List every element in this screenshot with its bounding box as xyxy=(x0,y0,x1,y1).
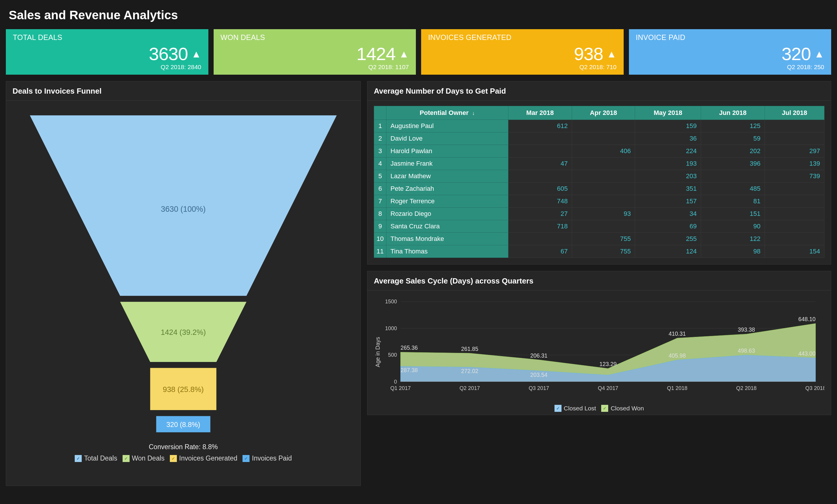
table-row[interactable]: 10Thomas Mondrake755255122 xyxy=(374,233,824,245)
cell-value: 122 xyxy=(701,233,765,245)
cell-value: 124 xyxy=(635,245,701,258)
legend-item[interactable]: ✓ Won Deals xyxy=(123,454,165,462)
row-number: 10 xyxy=(374,233,386,245)
cell-value: 755 xyxy=(572,233,635,245)
kpi-invoices-generated[interactable]: INVOICES GENERATED 938 ▲ Q2 2018: 710 xyxy=(421,29,624,75)
legend-item[interactable]: ✓ Closed Won xyxy=(601,405,644,412)
data-label: 272.02 xyxy=(461,368,478,374)
trend-up-icon: ▲ xyxy=(192,49,201,59)
svg-text:1500: 1500 xyxy=(385,298,397,304)
col-header-month[interactable]: Jul 2018 xyxy=(765,106,824,120)
row-number: 1 xyxy=(374,120,386,132)
legend-label: Closed Lost xyxy=(564,405,596,412)
kpi-total-deals[interactable]: TOTAL DEALS 3630 ▲ Q2 2018: 2840 xyxy=(6,29,208,75)
col-header-month[interactable]: Apr 2018 xyxy=(572,106,635,120)
data-label: 498.63 xyxy=(738,348,755,354)
legend-label: Invoices Paid xyxy=(252,454,292,462)
cell-value: 351 xyxy=(635,183,701,195)
sort-down-icon: ↓ xyxy=(472,110,475,116)
cell-value: 755 xyxy=(572,245,635,258)
table-row[interactable]: 2David Love3659 xyxy=(374,132,824,145)
legend-item[interactable]: ✓ Invoices Paid xyxy=(243,454,292,462)
table-header-row: Potential Owner ↓ Mar 2018 Apr 2018 May … xyxy=(374,106,824,120)
legend-item[interactable]: ✓ Total Deals xyxy=(75,454,117,462)
panel-title: Average Sales Cycle (Days) across Quarte… xyxy=(368,271,831,291)
trend-up-icon: ▲ xyxy=(814,49,824,59)
cell-value: 396 xyxy=(701,157,765,170)
cell-value: 485 xyxy=(701,183,765,195)
funnel-chart[interactable]: 3630 (100%) 1424 (39.2%) 938 (25.8%) 320… xyxy=(6,100,360,468)
table-row[interactable]: 9Santa Cruz Clara7186990 xyxy=(374,220,824,233)
table-row[interactable]: 8Rozario Diego279334151 xyxy=(374,208,824,220)
cell-value: 612 xyxy=(508,120,572,132)
area-chart[interactable]: Age in Days 050010001500265.36287.38261.… xyxy=(368,291,831,415)
table-row[interactable]: 11Tina Thomas6775512498154 xyxy=(374,245,824,258)
data-label: 648.10 xyxy=(799,316,816,322)
row-number: 11 xyxy=(374,245,386,258)
funnel-stage-4-label: 320 (8.8%) xyxy=(166,421,200,428)
table-row[interactable]: 1Augustine Paul612159125 xyxy=(374,120,824,132)
cell-value: 27 xyxy=(508,208,572,220)
data-label: 265.36 xyxy=(400,345,417,351)
cell-value xyxy=(765,220,824,233)
funnel-panel: Deals to Invoices Funnel 3630 (100%) 142… xyxy=(6,81,361,486)
owner-name: Santa Cruz Clara xyxy=(386,220,509,233)
kpi-label: WON DEALS xyxy=(221,33,409,42)
cell-value: 157 xyxy=(635,195,701,208)
x-tick-label: Q3 2018 xyxy=(805,385,824,391)
check-icon: ✓ xyxy=(75,455,82,462)
svg-text:1000: 1000 xyxy=(385,325,397,331)
cell-value: 34 xyxy=(635,208,701,220)
col-header-month[interactable]: Mar 2018 xyxy=(508,106,572,120)
table-row[interactable]: 6Pete Zachariah605351485 xyxy=(374,183,824,195)
svg-text:500: 500 xyxy=(388,352,397,358)
funnel-conversion-rate: Conversion Rate: 8.8% xyxy=(18,443,349,451)
table-row[interactable]: 4Jasmine Frank47193396139 xyxy=(374,157,824,170)
check-icon: ✓ xyxy=(243,455,250,462)
cell-value: 605 xyxy=(508,183,572,195)
check-icon: ✓ xyxy=(601,405,608,412)
data-label: 410.31 xyxy=(669,331,686,337)
x-tick-label: Q1 2017 xyxy=(390,385,411,391)
cell-value: 47 xyxy=(508,157,572,170)
owner-name: Pete Zachariah xyxy=(386,183,509,195)
kpi-label: TOTAL DEALS xyxy=(13,33,201,42)
legend-label: Total Deals xyxy=(84,454,117,462)
table-row[interactable]: 3Harold Pawlan406224202297 xyxy=(374,145,824,157)
days-to-paid-table[interactable]: Potential Owner ↓ Mar 2018 Apr 2018 May … xyxy=(368,100,831,264)
cell-value: 151 xyxy=(701,208,765,220)
table-panel: Average Number of Days to Get Paid Poten… xyxy=(367,81,831,264)
cell-value xyxy=(508,145,572,157)
cell-value: 81 xyxy=(701,195,765,208)
kpi-value-row: 938 ▲ xyxy=(428,43,617,64)
area-svg: Age in Days 050010001500265.36287.38261.… xyxy=(374,296,824,403)
kpi-value-row: 3630 ▲ xyxy=(13,43,201,64)
col-header-month[interactable]: May 2018 xyxy=(635,106,701,120)
col-header-owner[interactable]: Potential Owner ↓ xyxy=(386,106,509,120)
cell-value: 139 xyxy=(765,157,824,170)
row-number: 4 xyxy=(374,157,386,170)
row-number: 9 xyxy=(374,220,386,233)
kpi-subtext: Q2 2018: 2840 xyxy=(13,63,201,71)
legend-item[interactable]: ✓ Invoices Generated xyxy=(170,454,237,462)
cell-value: 297 xyxy=(765,145,824,157)
check-icon: ✓ xyxy=(123,455,129,462)
cell-value xyxy=(765,183,824,195)
kpi-won-deals[interactable]: WON DEALS 1424 ▲ Q2 2018: 1107 xyxy=(214,29,416,75)
legend-item[interactable]: ✓ Closed Lost xyxy=(554,405,596,412)
kpi-label: INVOICES GENERATED xyxy=(428,33,617,42)
table-row[interactable]: 5Lazar Mathew203739 xyxy=(374,170,824,183)
right-column: Average Number of Days to Get Paid Poten… xyxy=(367,81,831,486)
kpi-invoice-paid[interactable]: INVOICE PAID 320 ▲ Q2 2018: 250 xyxy=(629,29,832,75)
x-tick-label: Q4 2017 xyxy=(598,385,618,391)
cell-value xyxy=(572,132,635,145)
owner-name: Thomas Mondrake xyxy=(386,233,509,245)
funnel-svg: 3630 (100%) 1424 (39.2%) 938 (25.8%) 320… xyxy=(18,109,349,440)
check-icon: ✓ xyxy=(554,405,562,412)
x-tick-label: Q1 2018 xyxy=(667,385,687,391)
table-row[interactable]: 7Roger Terrence74815781 xyxy=(374,195,824,208)
owner-name: Harold Pawlan xyxy=(386,145,509,157)
data-label: 287.38 xyxy=(400,367,417,373)
col-header-month[interactable]: Jun 2018 xyxy=(701,106,765,120)
cell-value xyxy=(572,195,635,208)
